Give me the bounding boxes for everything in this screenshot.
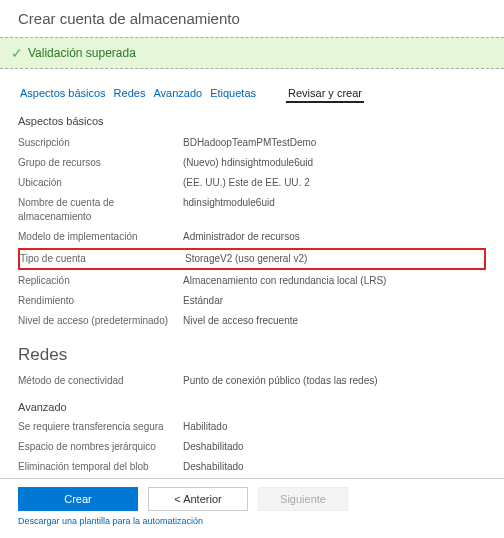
- row-access-tier: Nivel de acceso (predeterminado) Nivel d…: [18, 311, 486, 331]
- row-subscription: Suscripción BDHadoopTeamPMTestDemo: [18, 133, 486, 153]
- section-basics-header: Aspectos básicos: [18, 115, 486, 127]
- value-account-name: hdinsightmodule6uid: [183, 196, 275, 210]
- label-access-tier: Nivel de acceso (predeterminado): [18, 314, 183, 328]
- label-subscription: Suscripción: [18, 136, 183, 150]
- label-location: Ubicación: [18, 176, 183, 190]
- row-resource-group: Grupo de recursos (Nuevo) hdinsightmodul…: [18, 153, 486, 173]
- value-secure-transfer: Habilitado: [183, 420, 227, 434]
- label-soft-delete: Eliminación temporal del blob: [18, 460, 183, 474]
- section-networking-header: Redes: [18, 345, 486, 365]
- value-location: (EE. UU.) Este de EE. UU. 2: [183, 176, 310, 190]
- row-connectivity: Método de conectividad Punto de conexión…: [18, 371, 486, 391]
- tab-basics[interactable]: Aspectos básicos: [18, 85, 108, 103]
- tab-tags[interactable]: Etiquetas: [208, 85, 258, 103]
- value-soft-delete: Deshabilitado: [183, 460, 244, 474]
- label-performance: Rendimiento: [18, 294, 183, 308]
- tab-networking[interactable]: Redes: [112, 85, 148, 103]
- validation-text: Validación superada: [28, 46, 136, 60]
- previous-button[interactable]: < Anterior: [148, 487, 248, 511]
- label-account-name: Nombre de cuenta de almacenamiento: [18, 196, 183, 224]
- row-location: Ubicación (EE. UU.) Este de EE. UU. 2: [18, 173, 486, 193]
- value-resource-group: (Nuevo) hdinsightmodule6uid: [183, 156, 313, 170]
- footer-bar: Crear < Anterior Siguiente Descargar una…: [0, 478, 504, 538]
- row-replication: Replicación Almacenamiento con redundanc…: [18, 271, 486, 291]
- tab-bar: Aspectos básicos Redes Avanzado Etiqueta…: [18, 85, 486, 103]
- row-hns: Espacio de nombres jerárquico Deshabilit…: [18, 437, 486, 457]
- download-template-link[interactable]: Descargar una plantilla para la automati…: [18, 516, 203, 526]
- value-connectivity: Punto de conexión público (todas las red…: [183, 374, 378, 388]
- row-soft-delete: Eliminación temporal del blob Deshabilit…: [18, 457, 486, 477]
- label-replication: Replicación: [18, 274, 183, 288]
- value-replication: Almacenamiento con redundancia local (LR…: [183, 274, 386, 288]
- label-resource-group: Grupo de recursos: [18, 156, 183, 170]
- value-subscription: BDHadoopTeamPMTestDemo: [183, 136, 316, 150]
- row-deployment-model: Modelo de implementación Administrador d…: [18, 227, 486, 247]
- value-access-tier: Nivel de acceso frecuente: [183, 314, 298, 328]
- tab-review-create[interactable]: Revisar y crear: [286, 85, 364, 103]
- row-account-name: Nombre de cuenta de almacenamiento hdins…: [18, 193, 486, 227]
- checkmark-icon: ✓: [6, 45, 28, 61]
- row-secure-transfer: Se requiere transferencia segura Habilit…: [18, 417, 486, 437]
- value-account-kind: StorageV2 (uso general v2): [185, 252, 307, 266]
- label-connectivity: Método de conectividad: [18, 374, 183, 388]
- tab-advanced[interactable]: Avanzado: [151, 85, 204, 103]
- section-advanced-header: Avanzado: [18, 401, 486, 413]
- label-deployment-model: Modelo de implementación: [18, 230, 183, 244]
- row-performance: Rendimiento Estándar: [18, 291, 486, 311]
- label-hns: Espacio de nombres jerárquico: [18, 440, 183, 454]
- value-deployment-model: Administrador de recursos: [183, 230, 300, 244]
- next-button: Siguiente: [258, 487, 348, 511]
- create-button[interactable]: Crear: [18, 487, 138, 511]
- value-hns: Deshabilitado: [183, 440, 244, 454]
- label-account-kind: Tipo de cuenta: [20, 252, 185, 266]
- value-performance: Estándar: [183, 294, 223, 308]
- page-title: Crear cuenta de almacenamiento: [18, 10, 486, 27]
- label-secure-transfer: Se requiere transferencia segura: [18, 420, 183, 434]
- validation-banner: ✓ Validación superada: [0, 37, 504, 69]
- row-account-kind-highlighted: Tipo de cuenta StorageV2 (uso general v2…: [18, 248, 486, 270]
